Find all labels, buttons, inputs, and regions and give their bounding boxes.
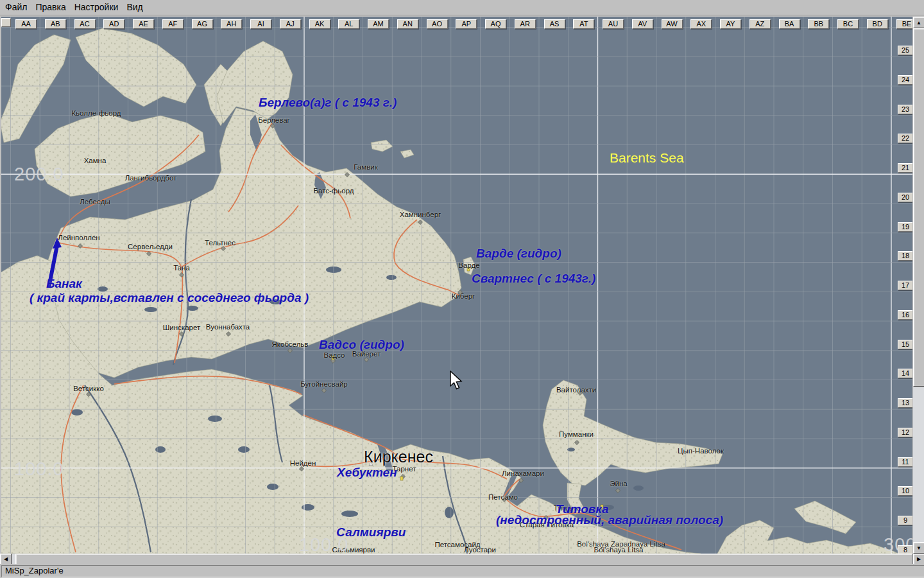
col-header-AV[interactable]: AV: [632, 19, 653, 29]
col-header-AG[interactable]: AG: [192, 19, 213, 29]
col-header-AZ[interactable]: AZ: [749, 19, 771, 29]
handwritten-annotation: Варде (гидро): [476, 247, 561, 261]
col-header-AK[interactable]: AK: [309, 19, 330, 29]
row-header-15[interactable]: 15: [898, 340, 912, 349]
row-header-24[interactable]: 24: [898, 75, 912, 85]
handwritten-annotation: Вадсо (гидро): [319, 338, 404, 352]
col-header-AA[interactable]: AA: [15, 19, 37, 29]
scroll-right-button[interactable]: ▶: [913, 554, 924, 565]
col-header-AB[interactable]: AB: [45, 19, 66, 29]
town-label: Берлеваг: [258, 116, 290, 124]
town-label: Петсамо: [488, 493, 518, 501]
town-label: Эйна: [610, 480, 627, 487]
row-header-8[interactable]: 8: [898, 545, 912, 554]
row-header-18[interactable]: 18: [898, 251, 912, 261]
town-label: Пумманки: [559, 430, 594, 438]
row-header-23[interactable]: 23: [898, 105, 912, 114]
col-header-AT[interactable]: AT: [573, 19, 594, 29]
town-label: Кьолле-фьорд: [71, 109, 121, 117]
row-header-19[interactable]: 19: [898, 222, 912, 232]
grid-km-label: 100.0: [14, 459, 64, 480]
menu-item-Настройки[interactable]: Настройки: [71, 0, 122, 15]
col-header-AC[interactable]: AC: [74, 19, 96, 29]
col-header-BD[interactable]: BD: [867, 19, 888, 29]
town-label: Бугойнесвайр: [300, 380, 348, 388]
town-label: Вадсо: [323, 351, 345, 359]
row-header-22[interactable]: 22: [898, 134, 912, 143]
horizontal-scroll-thumb[interactable]: [15, 554, 912, 565]
vertical-scrollbar[interactable]: ▲ ▼: [913, 17, 924, 554]
grid-km-label: 200.0: [579, 534, 629, 554]
grid-corner-box[interactable]: [1, 18, 11, 27]
scroll-left-button[interactable]: ◀: [0, 554, 12, 565]
col-header-AS[interactable]: AS: [544, 19, 565, 29]
col-header-AX[interactable]: AX: [690, 19, 712, 29]
status-bar: MiSp_Zapolar'e: [0, 564, 924, 578]
col-header-AE[interactable]: AE: [133, 19, 154, 29]
col-header-AI[interactable]: AI: [250, 19, 271, 29]
menu-item-Вид[interactable]: Вид: [123, 0, 146, 15]
town-label: Киберг: [452, 292, 475, 300]
col-header-AY[interactable]: AY: [720, 19, 741, 29]
row-header-16[interactable]: 16: [898, 310, 912, 320]
town-label: Тана: [173, 264, 190, 272]
town-label: Шинскарет: [163, 324, 200, 331]
handwritten-annotation: Берлево(а)г ( с 1943 г.): [259, 96, 397, 110]
town-label: Сервељедди: [128, 243, 173, 250]
col-header-AH[interactable]: AH: [221, 19, 242, 29]
row-header-25[interactable]: 25: [898, 46, 912, 55]
col-header-AO[interactable]: AO: [427, 19, 448, 29]
col-header-AR[interactable]: AR: [515, 19, 536, 29]
town-label: Линахамари: [502, 469, 544, 477]
sea-name-label: Barents Sea: [610, 150, 684, 166]
town-label: Лебесды: [80, 198, 110, 206]
row-header-17[interactable]: 17: [898, 281, 912, 290]
handwritten-annotation: Хебуктен: [337, 466, 397, 480]
town-label: Цып-Наволок: [678, 447, 724, 455]
col-header-BE[interactable]: BE: [896, 19, 913, 29]
mouse-cursor: [450, 371, 464, 391]
vertical-scroll-thumb[interactable]: [913, 28, 924, 387]
col-header-BB[interactable]: BB: [808, 19, 829, 29]
col-header-AM[interactable]: AM: [368, 19, 389, 29]
row-header-11[interactable]: 11: [898, 457, 912, 467]
col-header-AJ[interactable]: AJ: [280, 19, 301, 29]
grid-km-label: 100.0: [299, 534, 349, 554]
grid-km-label: 200.0: [14, 164, 64, 185]
row-header-9[interactable]: 9: [898, 516, 912, 525]
col-header-AF[interactable]: AF: [162, 19, 184, 29]
menu-item-Правка[interactable]: Правка: [32, 0, 69, 15]
handwritten-annotation: ( край карты,вставлен с соседнего фьорда…: [30, 291, 309, 305]
menu-item-Файл[interactable]: Файл: [2, 0, 30, 15]
col-header-AQ[interactable]: AQ: [485, 19, 506, 29]
handwritten-annotation: (недостроенный, аварийная полоса): [496, 513, 723, 527]
row-header-13[interactable]: 13: [898, 398, 912, 408]
col-header-AU[interactable]: AU: [603, 19, 624, 29]
row-header-21[interactable]: 21: [898, 163, 912, 173]
application-window: ФайлПравкаНастройкиВид: [0, 0, 924, 578]
airfield-marker-icon: [400, 477, 403, 480]
col-header-AW[interactable]: AW: [662, 19, 683, 29]
town-label: Якобсельв: [272, 340, 309, 348]
town-label: Луостари: [464, 546, 496, 554]
town-label: Варде: [458, 261, 479, 269]
row-header-20[interactable]: 20: [898, 193, 912, 202]
scroll-up-button[interactable]: ▲: [913, 17, 924, 28]
town-label: Гамвик: [354, 163, 377, 171]
scroll-down-button[interactable]: ▼: [913, 542, 924, 554]
col-header-AL[interactable]: AL: [338, 19, 359, 29]
col-header-AD[interactable]: AD: [103, 19, 124, 29]
col-header-BA[interactable]: BA: [779, 19, 800, 29]
row-header-12[interactable]: 12: [898, 428, 912, 437]
row-header-14[interactable]: 14: [898, 369, 912, 378]
map-viewport[interactable]: Barents Sea Киркенес Кьолле-фьордХамнаЛа…: [1, 17, 912, 554]
col-header-BC[interactable]: BC: [837, 19, 859, 29]
horizontal-scrollbar[interactable]: ◀ ▶: [0, 554, 924, 564]
town-label: Лангибьордбот: [125, 174, 177, 182]
handwritten-annotation: Банак: [46, 277, 82, 291]
col-header-AP[interactable]: AP: [456, 19, 477, 29]
col-header-AN[interactable]: AN: [397, 19, 418, 29]
row-header-10[interactable]: 10: [898, 486, 912, 496]
town-label: Ветсикко: [73, 385, 104, 392]
town-label: Хамнинберг: [400, 211, 441, 218]
